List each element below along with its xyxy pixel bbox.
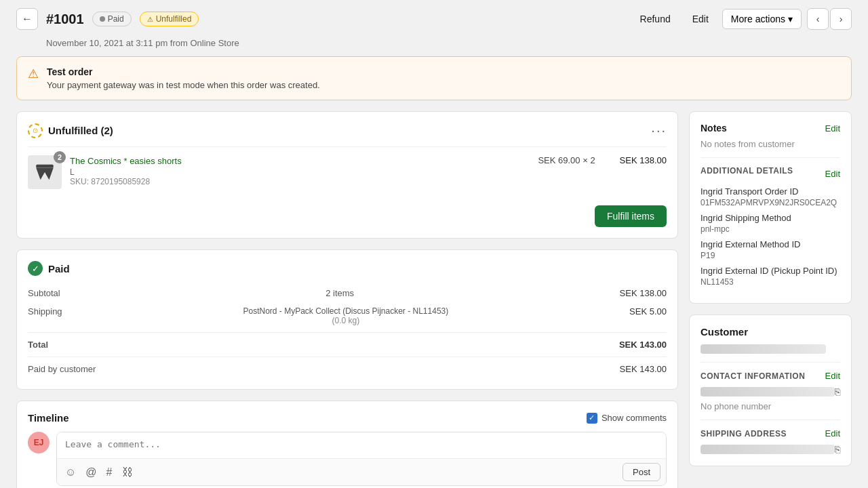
fulfill-row: Fulfill items: [28, 205, 667, 227]
product-variant: L: [70, 167, 530, 177]
chevron-down-icon: ▾: [788, 14, 793, 24]
contact-edit-link[interactable]: Edit: [825, 371, 840, 381]
back-button[interactable]: ←: [16, 8, 38, 30]
shipping-value: SEK 5.00: [629, 306, 667, 317]
main-layout: ⊙ Unfulfilled (2) ···: [0, 111, 868, 488]
copy-email-icon[interactable]: ⎘: [835, 386, 840, 397]
notes-card: Notes Edit No notes from customer ADDITI…: [689, 111, 852, 304]
product-row: 2 The Cosmics * easies shorts L SKU: 872…: [28, 146, 667, 197]
notes-empty: No notes from customer: [701, 139, 840, 149]
refund-button[interactable]: Refund: [632, 9, 679, 28]
hashtag-button[interactable]: #: [104, 465, 115, 480]
nav-buttons: ‹ ›: [807, 8, 852, 30]
left-column: ⊙ Unfulfilled (2) ···: [16, 111, 678, 488]
customer-name-blurred: [701, 344, 826, 354]
post-button[interactable]: Post: [623, 463, 660, 481]
detail-field-3: Ingrid External ID (Pickup Point ID) NL1…: [701, 266, 840, 287]
shipping-address-row: ⎘: [701, 444, 840, 455]
unfulfilled-badge: Unfulfilled: [140, 12, 199, 26]
contact-title: CONTACT INFORMATION: [701, 371, 805, 381]
detail-label-1: Ingrid Shipping Method: [701, 213, 840, 223]
subtotal-value: SEK 138.00: [620, 288, 667, 298]
product-link[interactable]: The Cosmics * easies shorts: [70, 156, 182, 166]
paid-card-header: ✓ Paid: [28, 261, 667, 276]
additional-fields: Ingrid Transport Order ID 01FM532APMRVPX…: [701, 186, 840, 287]
show-comments-checkbox[interactable]: ✓: [587, 413, 597, 424]
comment-input[interactable]: [57, 432, 666, 456]
copy-address-icon[interactable]: ⎘: [835, 444, 840, 455]
notes-edit-link[interactable]: Edit: [825, 123, 840, 134]
paid-status-icon: ✓: [28, 261, 43, 276]
show-comments-row[interactable]: ✓ Show comments: [587, 413, 667, 424]
shipping-address-blurred: [701, 445, 835, 454]
detail-value-3: NL11453: [701, 277, 840, 287]
product-image-wrap: 2: [28, 155, 62, 189]
right-column: Notes Edit No notes from customer ADDITI…: [689, 111, 852, 488]
additional-details-title: ADDITIONAL DETAILS: [701, 166, 793, 176]
alert-title: Test order: [47, 66, 320, 77]
timeline-header: Timeline ✓ Show comments: [28, 412, 667, 424]
total-row: Total SEK 143.00: [28, 336, 667, 354]
back-icon: ←: [22, 13, 33, 25]
product-price: SEK 69.00 × 2: [538, 155, 595, 165]
paid-card: ✓ Paid Subtotal 2 items SEK 138.00 Shipp…: [16, 249, 678, 390]
header-actions: Refund Edit More actions ▾ ‹ ›: [632, 8, 852, 30]
additional-details-header: ADDITIONAL DETAILS Edit: [701, 166, 840, 181]
quantity-badge: 2: [54, 151, 66, 163]
notes-header: Notes Edit: [701, 123, 840, 134]
emoji-button[interactable]: ☺: [62, 465, 79, 480]
mention-button[interactable]: @: [83, 465, 99, 480]
fulfill-items-button[interactable]: Fulfill items: [595, 205, 667, 227]
contact-email-blurred: [701, 387, 835, 396]
detail-value-2: P19: [701, 251, 840, 260]
unfulfilled-title: Unfulfilled (2): [48, 125, 113, 136]
warning-icon: ⚠: [28, 66, 39, 81]
show-comments-label: Show comments: [601, 413, 667, 423]
alert-content: Test order Your payment gateway was in t…: [47, 66, 320, 90]
total-label: Total: [28, 340, 48, 350]
comment-area: EJ ☺ @ # ⛓ Post: [28, 432, 667, 486]
total-value: SEK 143.00: [619, 340, 667, 350]
shipping-section: SHIPPING ADDRESS Edit ⎘: [701, 428, 840, 455]
shipping-edit-link[interactable]: Edit: [825, 428, 840, 439]
shipping-title: SHIPPING ADDRESS: [701, 429, 787, 439]
more-actions-label: More actions: [731, 14, 785, 24]
shipping-row: Shipping PostNord - MyPack Collect (Disc…: [28, 302, 667, 329]
unfulfilled-title-row: ⊙ Unfulfilled (2): [28, 123, 113, 138]
unfulfilled-dots-menu[interactable]: ···: [651, 123, 667, 138]
shipping-weight: (0.0 kg): [62, 316, 629, 325]
edit-button[interactable]: Edit: [684, 9, 717, 28]
order-number: #1001: [46, 12, 84, 27]
paid-badge: Paid: [92, 12, 132, 26]
detail-field-1: Ingrid Shipping Method pnl-mpc: [701, 213, 840, 234]
product-total: SEK 138.00: [620, 155, 667, 165]
shipping-label: Shipping: [28, 306, 62, 317]
contact-email-row: ⎘: [701, 386, 840, 397]
paid-by-row: Paid by customer SEK 143.00: [28, 360, 667, 378]
additional-details-edit-link[interactable]: Edit: [825, 169, 840, 179]
attach-button[interactable]: ⛓: [119, 465, 136, 480]
paid-title: Paid: [48, 263, 70, 274]
paid-title-row: ✓ Paid: [28, 261, 70, 276]
payment-rows: Subtotal 2 items SEK 138.00 Shipping Pos…: [28, 284, 667, 378]
detail-label-3: Ingrid External ID (Pickup Point ID): [701, 266, 840, 276]
subtotal-label: Subtotal: [28, 288, 60, 298]
order-header: ← #1001 Paid Unfulfilled Refund Edit Mor…: [0, 0, 868, 38]
paid-by-label: Paid by customer: [28, 364, 96, 374]
contact-header: CONTACT INFORMATION Edit: [701, 371, 840, 381]
unfulfilled-card-header: ⊙ Unfulfilled (2) ···: [28, 123, 667, 138]
notes-title: Notes: [701, 123, 727, 134]
svg-rect-0: [36, 165, 54, 168]
product-details: The Cosmics * easies shorts L SKU: 87201…: [70, 155, 530, 186]
no-phone: No phone number: [701, 401, 840, 411]
nav-prev-button[interactable]: ‹: [807, 8, 829, 30]
subtotal-row: Subtotal 2 items SEK 138.00: [28, 284, 667, 302]
nav-next-button[interactable]: ›: [830, 8, 852, 30]
more-actions-button[interactable]: More actions ▾: [722, 9, 802, 29]
contact-section: CONTACT INFORMATION Edit ⎘ No phone numb…: [701, 371, 840, 411]
timeline-card: Timeline ✓ Show comments EJ ☺ @ #: [16, 401, 678, 488]
alert-body: Your payment gateway was in test mode wh…: [47, 80, 320, 90]
shipping-header: SHIPPING ADDRESS Edit: [701, 428, 840, 439]
timeline-title: Timeline: [28, 412, 69, 424]
avatar: EJ: [28, 432, 50, 453]
